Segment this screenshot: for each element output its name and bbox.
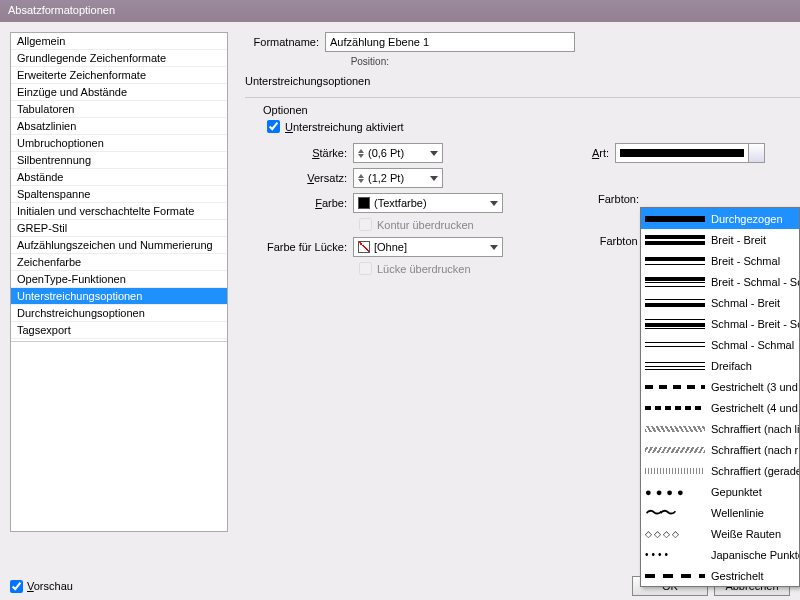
stroke-type-option[interactable]: Breit - Breit <box>641 229 799 250</box>
stroke-type-option[interactable]: Schraffiert (nach li <box>641 418 799 439</box>
offset-label: Versatz: <box>245 172 353 184</box>
stroke-type-label: Gepunktet <box>711 486 762 498</box>
stroke-preview-icon <box>645 444 705 456</box>
stroke-preview-icon <box>645 570 705 582</box>
chevron-down-icon <box>430 176 438 181</box>
stroke-type-label: Gestrichelt (3 und <box>711 381 798 393</box>
stroke-preview-icon <box>645 360 705 372</box>
stroke-type-label: Dreifach <box>711 360 752 372</box>
stroke-preview-icon <box>645 255 705 267</box>
weight-combo[interactable]: (0,6 Pt) <box>353 143 443 163</box>
stroke-preview-icon <box>620 149 744 157</box>
activate-underline-input[interactable] <box>267 120 280 133</box>
stroke-preview-icon <box>645 234 705 246</box>
sidebar-item[interactable]: GREP-Stil <box>11 220 227 237</box>
stroke-type-option[interactable]: Durchgezogen <box>641 208 799 229</box>
spinner-icon[interactable] <box>358 174 364 183</box>
formatname-input[interactable] <box>325 32 575 52</box>
color-label: Farbe: <box>245 197 353 209</box>
overprint-stroke-label: Kontur überdrucken <box>377 219 474 231</box>
sidebar-item[interactable]: Allgemein <box>11 33 227 50</box>
preview-checkbox[interactable]: Vorschau <box>10 580 73 593</box>
weight-label: Stärke: <box>245 147 353 159</box>
stroke-type-option[interactable]: Breit - Schmal <box>641 250 799 271</box>
spinner-icon[interactable] <box>358 149 364 158</box>
color-combo[interactable]: (Textfarbe) <box>353 193 503 213</box>
stroke-type-option[interactable]: Dreifach <box>641 355 799 376</box>
stroke-preview-icon <box>645 402 705 414</box>
preview-input[interactable] <box>10 580 23 593</box>
sidebar-item[interactable]: Aufzählungszeichen und Nummerierung <box>11 237 227 254</box>
stroke-type-label: Durchgezogen <box>711 213 783 225</box>
dialog-body: AllgemeinGrundlegende ZeichenformateErwe… <box>0 22 800 600</box>
sidebar-item[interactable]: Einzüge und Abstände <box>11 84 227 101</box>
gap-color-label: Farbe für Lücke: <box>245 241 353 253</box>
sidebar-item[interactable]: Grundlegende Zeichenformate <box>11 50 227 67</box>
weight-value: (0,6 Pt) <box>368 147 404 159</box>
sidebar-item[interactable]: Durchstreichungsoptionen <box>11 305 227 322</box>
stroke-type-option[interactable]: Schraffiert (nach r <box>641 439 799 460</box>
stroke-type-dropdown[interactable]: DurchgezogenBreit - BreitBreit - SchmalB… <box>640 207 800 587</box>
stroke-type-option[interactable]: ••••Japanische Punkte <box>641 544 799 565</box>
stroke-type-option[interactable]: Schmal - Breit <box>641 292 799 313</box>
stroke-type-label: Breit - Schmal <box>711 255 780 267</box>
stroke-preview-icon <box>645 213 705 225</box>
stroke-type-label: Schraffiert (gerade <box>711 465 799 477</box>
stroke-type-label: Gestrichelt <box>711 570 764 582</box>
stroke-preview-icon <box>645 297 705 309</box>
stroke-preview-icon <box>645 276 705 288</box>
stroke-type-label: Breit - Schmal - Sc <box>711 276 799 288</box>
stroke-type-option[interactable]: ◇◇◇◇Weiße Rauten <box>641 523 799 544</box>
offset-combo[interactable]: (1,2 Pt) <box>353 168 443 188</box>
sidebar-item[interactable]: Initialen und verschachtelte Formate <box>11 203 227 220</box>
stroke-type-option[interactable]: Breit - Schmal - Sc <box>641 271 799 292</box>
stroke-preview-icon <box>645 423 705 435</box>
stroke-type-option[interactable]: ●●●●Gepunktet <box>641 481 799 502</box>
stroke-type-option[interactable]: Gestrichelt <box>641 565 799 586</box>
none-swatch-icon <box>358 241 370 253</box>
sidebar-item[interactable]: Zeichenfarbe <box>11 254 227 271</box>
stroke-type-label: Schraffiert (nach r <box>711 444 798 456</box>
stroke-type-option[interactable]: 〜〜Wellenlinie <box>641 502 799 523</box>
color-value: (Textfarbe) <box>374 197 427 209</box>
position-label: Position: <box>245 56 395 67</box>
stroke-type-label: Schmal - Schmal <box>711 339 794 351</box>
sidebar-item[interactable]: Silbentrennung <box>11 152 227 169</box>
chevron-down-icon <box>490 245 498 250</box>
chevron-down-icon <box>430 151 438 156</box>
sidebar-item[interactable]: Tagsexport <box>11 322 227 339</box>
sidebar-item[interactable]: Umbruchoptionen <box>11 135 227 152</box>
overprint-stroke-input <box>359 218 372 231</box>
gap-color-combo[interactable]: [Ohne] <box>353 237 503 257</box>
sidebar-item[interactable]: Absatzlinien <box>11 118 227 135</box>
stroke-type-option[interactable]: Schmal - Schmal <box>641 334 799 355</box>
sidebar-item[interactable]: Abstände <box>11 169 227 186</box>
options-group-title: Optionen <box>263 104 800 116</box>
stroke-type-option[interactable]: Schraffiert (gerade <box>641 460 799 481</box>
stroke-type-option[interactable]: Gestrichelt (3 und <box>641 376 799 397</box>
activate-underline-label: nterstreichung aktiviert <box>293 121 404 133</box>
activate-underline-checkbox[interactable]: Unterstreichung aktiviert <box>267 120 800 133</box>
sidebar-item[interactable]: OpenType-Funktionen <box>11 271 227 288</box>
stroke-type-option[interactable]: Schmal - Breit - Sc <box>641 313 799 334</box>
stroke-preview-icon <box>645 465 705 477</box>
section-title: Unterstreichungsoptionen <box>245 75 800 87</box>
sidebar-item[interactable]: Unterstreichungsoptionen <box>11 288 227 305</box>
sidebar-item[interactable]: Spaltenspanne <box>11 186 227 203</box>
stroke-preview-icon <box>645 339 705 351</box>
window-titlebar: Absatzformatoptionen <box>0 0 800 22</box>
stroke-type-label: Schraffiert (nach li <box>711 423 799 435</box>
stroke-type-option[interactable]: Gestrichelt (4 und <box>641 397 799 418</box>
stroke-preview-icon <box>645 318 705 330</box>
type-label: Art: <box>585 147 615 159</box>
stroke-type-combo[interactable] <box>615 143 765 163</box>
chevron-down-icon <box>490 201 498 206</box>
sidebar-item[interactable]: Tabulatoren <box>11 101 227 118</box>
sidebar-item[interactable]: Erweiterte Zeichenformate <box>11 67 227 84</box>
stroke-preview-icon: ◇◇◇◇ <box>645 528 705 540</box>
formatname-label: Formatname: <box>245 36 325 48</box>
stroke-type-label: Breit - Breit <box>711 234 766 246</box>
stroke-preview-icon: 〜〜 <box>645 507 705 519</box>
stroke-preview-icon <box>645 381 705 393</box>
dropdown-button[interactable] <box>748 144 764 162</box>
